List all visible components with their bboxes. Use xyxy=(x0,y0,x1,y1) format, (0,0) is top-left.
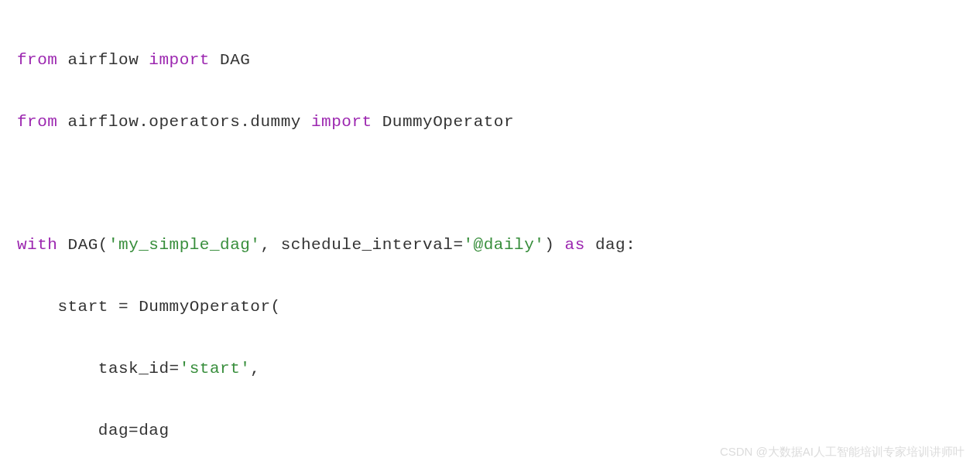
code-line-blank xyxy=(17,168,963,199)
code-line: from airflow import DAG xyxy=(17,45,963,76)
code-text: task_id= xyxy=(17,360,180,378)
watermark-text: CSDN @大数据AI人工智能培训专家培训讲师叶 xyxy=(720,441,965,463)
keyword-from: from xyxy=(17,113,57,131)
code-text: ) xyxy=(544,236,564,254)
keyword-with: with xyxy=(17,236,57,254)
code-text: start = DummyOperator( xyxy=(17,298,281,316)
string-literal: 'my_simple_dag' xyxy=(108,236,261,254)
string-literal: 'start' xyxy=(180,360,251,378)
code-line: from airflow.operators.dummy import Dumm… xyxy=(17,107,963,138)
code-text: DummyOperator xyxy=(372,113,514,131)
code-text: DAG( xyxy=(57,236,108,254)
code-text: DAG xyxy=(210,51,250,69)
keyword-as: as xyxy=(565,236,585,254)
keyword-import: import xyxy=(311,113,372,131)
code-text: , xyxy=(250,360,260,378)
code-block: from airflow import DAG from airflow.ope… xyxy=(17,14,963,475)
keyword-from: from xyxy=(17,51,57,69)
keyword-import: import xyxy=(149,51,210,69)
code-line: with DAG('my_simple_dag', schedule_inter… xyxy=(17,230,963,261)
code-text: dag=dag xyxy=(17,422,170,439)
string-literal: '@daily' xyxy=(464,236,545,254)
code-text: airflow xyxy=(57,51,149,69)
code-text: dag: xyxy=(585,236,636,254)
code-line: start = DummyOperator( xyxy=(17,292,963,323)
code-text: airflow.operators.dummy xyxy=(57,113,311,131)
code-text: , schedule_interval= xyxy=(260,236,463,254)
code-line: task_id='start', xyxy=(17,354,963,384)
